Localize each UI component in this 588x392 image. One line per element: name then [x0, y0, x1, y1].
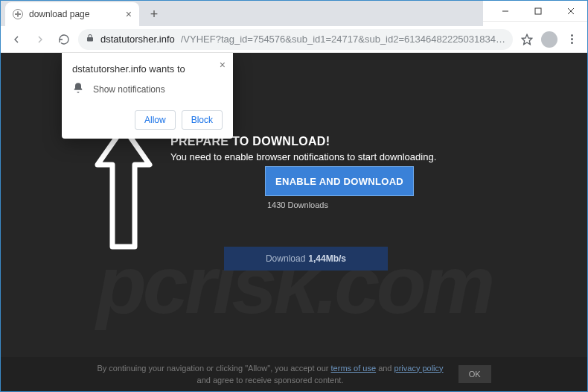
- new-tab-button[interactable]: +: [144, 4, 164, 25]
- browser-toolbar: dstatutorsher.info /VYHEF?tag_id=754576&…: [1, 26, 587, 53]
- minimize-icon: [502, 7, 509, 15]
- permission-row: Show notifications: [72, 82, 223, 97]
- allow-button[interactable]: Allow: [135, 110, 176, 130]
- reload-icon: [58, 34, 70, 45]
- tab-download-page[interactable]: download page ×: [5, 2, 139, 26]
- globe-icon: [13, 9, 23, 19]
- arrow-left-icon: [10, 34, 22, 45]
- cookie-line2: and agree to receive sponsored content.: [197, 376, 344, 385]
- lock-icon: [86, 34, 95, 45]
- maximize-icon: [534, 7, 542, 15]
- svg-marker-4: [522, 34, 531, 44]
- browser-window: download page × +: [0, 0, 588, 392]
- page-subheading: You need to enable browser notifications…: [170, 151, 436, 162]
- downloads-count: 1430 Downloads: [267, 200, 328, 209]
- terms-of-use-link[interactable]: terms of use: [331, 364, 377, 373]
- nav-back-button[interactable]: [7, 30, 26, 49]
- main-copy: PREPARE TO DOWNLOAD! You need to enable …: [170, 135, 436, 162]
- enable-download-button[interactable]: ENABLE AND DOWNLOAD: [265, 166, 414, 196]
- star-icon: [521, 34, 533, 45]
- arrow-right-icon: [34, 34, 46, 45]
- up-arrow-graphic: [94, 124, 153, 253]
- browser-menu-button[interactable]: [562, 30, 581, 49]
- close-icon: [567, 7, 575, 15]
- cookie-and: and: [376, 364, 394, 373]
- svg-rect-1: [535, 8, 541, 14]
- block-button[interactable]: Block: [182, 110, 223, 130]
- url-host: dstatutorsher.info: [100, 34, 175, 45]
- permission-label: Show notifications: [93, 84, 165, 95]
- window-minimize-button[interactable]: [489, 1, 522, 22]
- speed-value: 1,44Mb/s: [308, 253, 346, 264]
- plus-icon: +: [150, 7, 159, 22]
- page-viewport: pcrisk.com PREPARE TO DOWNLOAD! You need…: [1, 53, 587, 391]
- arrow-up-icon: [94, 124, 153, 250]
- cookie-ok-button[interactable]: OK: [458, 365, 491, 383]
- bookmark-button[interactable]: [517, 30, 537, 49]
- window-maximize-button[interactable]: [522, 1, 555, 22]
- cookie-banner: By continuing your navigation or clickin…: [1, 357, 587, 391]
- bell-icon: [72, 82, 84, 97]
- close-icon: ×: [220, 59, 226, 71]
- url-path: /VYHEF?tag_id=754576&sub_id1=24717&sub_i…: [181, 34, 505, 45]
- profile-avatar[interactable]: [541, 31, 557, 48]
- tab-title: download page: [29, 9, 89, 19]
- tab-close-icon[interactable]: ×: [126, 8, 132, 20]
- cookie-text: By continuing your navigation or clickin…: [97, 362, 443, 387]
- speed-prefix: Download: [266, 253, 305, 264]
- popup-close-button[interactable]: ×: [220, 59, 226, 71]
- block-label: Block: [191, 115, 213, 125]
- nav-reload-button[interactable]: [54, 30, 74, 49]
- enable-button-label: ENABLE AND DOWNLOAD: [275, 176, 403, 187]
- kebab-icon: [568, 31, 576, 47]
- download-speed-button[interactable]: Download 1,44Mb/s: [224, 247, 388, 271]
- address-bar[interactable]: dstatutorsher.info /VYHEF?tag_id=754576&…: [78, 29, 513, 50]
- allow-label: Allow: [144, 115, 166, 125]
- nav-forward-button[interactable]: [31, 30, 50, 49]
- notification-permission-popup: × dstatutorsher.info wants to Show notif…: [62, 53, 233, 139]
- window-close-button[interactable]: [555, 1, 587, 22]
- cookie-ok-label: OK: [469, 370, 481, 379]
- popup-title: dstatutorsher.info wants to: [72, 63, 223, 75]
- privacy-policy-link[interactable]: privacy policy: [394, 364, 444, 373]
- permission-actions: Allow Block: [72, 110, 223, 130]
- cookie-pre: By continuing your navigation or clickin…: [97, 364, 330, 373]
- tab-strip: download page × +: [1, 1, 483, 26]
